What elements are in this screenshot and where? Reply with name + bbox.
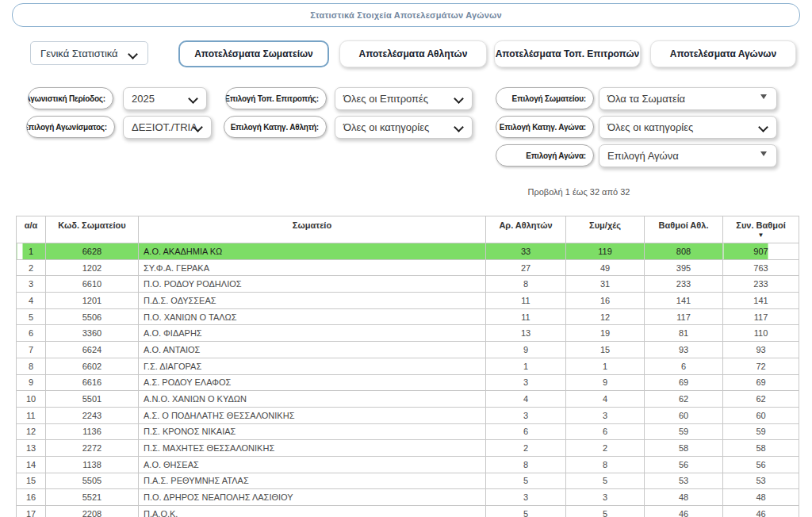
table-row[interactable]: 105501Α.Ν.Ο. ΧΑΝΙΩΝ Ο ΚΥΔΩΝ446262 (17, 391, 799, 408)
table-cell: Π.Ο. ΧΑΝΙΩΝ Ο ΤΑΛΩΣ (139, 308, 486, 325)
table-cell: 12 (17, 423, 46, 440)
table-row[interactable]: 96616Α.Σ. ΡΟΔΟΥ ΕΛΑΦΟΣ396969 (17, 374, 799, 391)
table-cell: Π.Σ. ΜΑΧΗΤΕΣ ΘΕΣΣΑΛΟΝΙΚΗΣ (139, 440, 486, 457)
col-header-participations[interactable]: Συμ/χές (566, 216, 645, 243)
table-cell: 9 (17, 374, 46, 391)
table-cell: 59 (723, 423, 799, 440)
col-header-athlete-points[interactable]: Βαθμοί Αθλ. (645, 216, 723, 243)
table-cell: 11 (17, 407, 46, 423)
table-cell: 13 (17, 440, 46, 457)
col-header-total-points[interactable]: Συν. Βαθμοί ▼ (723, 216, 799, 243)
table-row[interactable]: 63360Α.Ο. ΦΙΔΑΡΗΣ131981110 (17, 325, 799, 342)
col-header-club-code[interactable]: Κωδ. Σωματείου (46, 216, 139, 243)
club-combo-input[interactable]: Όλα τα Σωματεία (599, 87, 777, 110)
table-cell: 117 (723, 308, 799, 325)
sort-desc-icon[interactable]: ▼ (724, 232, 798, 239)
table-cell: 5506 (46, 308, 139, 325)
stats-type-select[interactable]: Γενικά Στατιστικά (30, 41, 148, 65)
page-title: Στατιστικά Στοιχεία Αποτελεσμάτων Αγώνων (310, 10, 502, 20)
table-cell: 62 (723, 391, 799, 408)
col-header-club[interactable]: Σωματείο (139, 216, 486, 243)
label-text: Επιλογή Τοπ. Επιτροπής: (225, 94, 319, 103)
table-cell: 19 (566, 325, 645, 342)
combo-value: Επιλογή Αγώνα (607, 150, 679, 162)
race-category-filter-label: Επιλογή Κατηγ. Αγώνα: (496, 116, 594, 138)
table-cell: 33 (486, 243, 566, 260)
table-cell: 6616 (46, 374, 139, 391)
table-cell: 117 (645, 308, 723, 325)
table-row[interactable]: 86602Γ.Σ. ΔΙΑΓΟΡΑΣ11672 (17, 358, 799, 374)
table-cell: Π.Ο. ΔΡΗΡΟΣ ΝΕΑΠΟΛΗΣ ΛΑΣΙΘΙΟΥ (139, 489, 486, 506)
select-value: Όλες οι κατηγορίες (607, 121, 693, 133)
table-cell: 1136 (46, 423, 139, 440)
table-cell: 4 (486, 391, 566, 408)
table-row[interactable]: 121136Π.Σ. ΚΡΟΝΟΣ ΝΙΚΑΙΑΣ665959 (17, 423, 799, 440)
table-cell: 1201 (46, 293, 139, 309)
athlete-category-select[interactable]: Όλες οι κατηγορίες (335, 116, 473, 139)
tab-label: Αποτελέσματα Τοπ. Επιτροπών (496, 48, 640, 59)
table-cell: 5 (17, 308, 46, 325)
table-cell: Γ.Σ. ΔΙΑΓΟΡΑΣ (139, 358, 486, 374)
table-cell: 8 (486, 276, 566, 293)
results-table-body: 16628Α.Ο. ΑΚΑΔΗΜΙΑ ΚΩ3311980890721202ΣΥ.… (17, 243, 799, 517)
table-header-row: α/α Κωδ. Σωματείου Σωματείο Αρ. Αθλητών … (17, 216, 799, 243)
season-filter-label: Αγωνιστική Περίοδος: (28, 87, 113, 109)
combo-arrow-icon (760, 94, 767, 99)
local-committee-select[interactable]: Όλες οι Επιτροπές (335, 87, 473, 110)
table-row[interactable]: 16628Α.Ο. ΑΚΑΔΗΜΙΑ ΚΩ33119808907 (17, 243, 799, 260)
table-cell: 110 (723, 325, 799, 342)
table-cell: 4 (17, 293, 46, 309)
table-cell: Π.Α.Ο.Κ. (139, 506, 486, 517)
table-cell: 8 (566, 456, 645, 473)
col-header-athletes[interactable]: Αρ. Αθλητών (486, 216, 566, 243)
tab-local-committee-results[interactable]: Αποτελέσματα Τοπ. Επιτροπών (494, 40, 641, 67)
tab-club-results[interactable]: Αποτελέσματα Σωματείων (178, 40, 329, 67)
table-cell: 2208 (46, 506, 139, 517)
pager-info: Προβολή 1 έως 32 από 32 (476, 187, 682, 197)
table-cell: 5521 (46, 489, 139, 506)
tab-athlete-results[interactable]: Αποτελέσματα Αθλητών (339, 40, 487, 67)
table-cell: Α.Ο. ΘΗΣΕΑΣ (139, 456, 486, 473)
table-row[interactable]: 41201Π.Δ.Σ. ΟΔΥΣΣΕΑΣ1116141141 (17, 293, 799, 309)
table-cell: 9 (486, 342, 566, 358)
table-cell: 12 (566, 308, 645, 325)
table-cell: 5501 (46, 391, 139, 408)
table-cell: 1202 (46, 259, 139, 276)
table-row[interactable]: 36610Π.Ο. ΡΟΔΟΥ ΡΟΔΗΛΙΟΣ831233233 (17, 276, 799, 293)
table-cell: 233 (645, 276, 723, 293)
table-cell: 60 (645, 407, 723, 423)
table-cell: 3 (566, 407, 645, 423)
table-row[interactable]: 76624Α.Ο. ΑΝΤΑΙΟΣ9159393 (17, 342, 799, 358)
table-row[interactable]: 21202ΣΥ.Φ.Α. ΓΕΡΑΚΑ2749395763 (17, 259, 799, 276)
season-select[interactable]: 2025 (123, 87, 207, 110)
select-value: Όλες οι Επιτροπές (343, 93, 428, 105)
col-header-text: Βαθμοί Αθλ. (659, 220, 709, 230)
athlete-category-filter-label: Επιλογή Κατηγ. Αθλητή: (224, 116, 327, 138)
table-cell: 58 (645, 440, 723, 457)
race-combo-input[interactable]: Επιλογή Αγώνα (599, 144, 777, 167)
table-cell: 119 (566, 243, 645, 260)
table-cell: Π.Ο. ΡΟΔΟΥ ΡΟΔΗΛΙΟΣ (139, 276, 486, 293)
table-row[interactable]: 132272Π.Σ. ΜΑΧΗΤΕΣ ΘΕΣΣΑΛΟΝΙΚΗΣ225858 (17, 440, 799, 457)
col-header-text: Συν. Βαθμοί (736, 220, 785, 230)
table-row[interactable]: 155505Π.Α.Σ. ΡΕΘΥΜΝΗΣ ΑΤΛΑΣ555353 (17, 473, 799, 489)
table-cell: 48 (645, 489, 723, 506)
table-cell: 16 (17, 489, 46, 506)
chevron-down-icon (128, 49, 138, 59)
col-header-index[interactable]: α/α (17, 216, 46, 243)
tab-race-results[interactable]: Αποτελέσματα Αγώνων (650, 40, 796, 67)
table-row[interactable]: 141138Α.Ο. ΘΗΣΕΑΣ885656 (17, 456, 799, 473)
chevron-down-icon (454, 94, 464, 104)
table-row[interactable]: 172208Π.Α.Ο.Κ.554646 (17, 506, 799, 517)
page-title-bar: Στατιστικά Στοιχεία Αποτελεσμάτων Αγώνων (12, 3, 800, 27)
race-category-select[interactable]: Όλες οι κατηγορίες (599, 116, 777, 139)
table-cell: 6 (645, 358, 723, 374)
club-filter-label: Επιλογή Σωματείου: (496, 87, 594, 109)
event-select[interactable]: ΔΕΞΙΟΤ./TRIA (123, 116, 212, 139)
table-row[interactable]: 55506Π.Ο. ΧΑΝΙΩΝ Ο ΤΑΛΩΣ1112117117 (17, 308, 799, 325)
table-row[interactable]: 112243Α.Σ. Ο ΠΟΔΗΛΑΤΗΣ ΘΕΣΣΑΛΟΝΙΚΗΣ33606… (17, 407, 799, 423)
chevron-down-icon (188, 94, 198, 104)
table-row[interactable]: 165521Π.Ο. ΔΡΗΡΟΣ ΝΕΑΠΟΛΗΣ ΛΑΣΙΘΙΟΥ33484… (17, 489, 799, 506)
table-cell: 141 (645, 293, 723, 309)
label-text: Επιλογή Σωματείου: (512, 94, 586, 103)
